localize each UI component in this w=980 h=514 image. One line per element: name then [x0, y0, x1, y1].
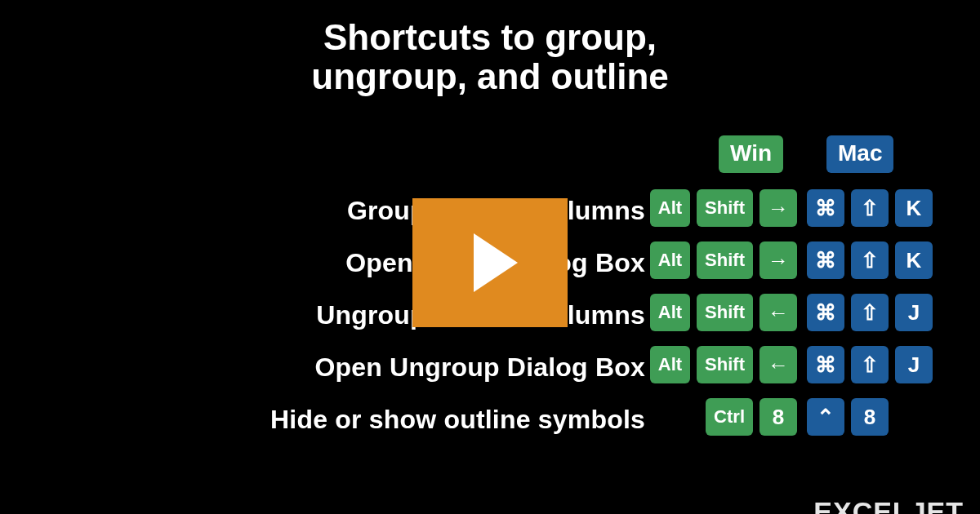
- shortcut-description: Open Ungroup Dialog Box: [8, 352, 645, 383]
- command-icon: ⌘: [807, 346, 844, 383]
- key-mac: 8: [851, 398, 889, 436]
- shortcut-row: Hide or show outline symbols Ctrl 8 ⌃ 8: [0, 398, 980, 450]
- key-win: Ctrl: [706, 398, 753, 436]
- shift-icon: ⇧: [851, 189, 889, 227]
- mac-keys: ⌃ 8: [807, 398, 889, 436]
- mac-keys: ⌘ ⇧ J: [807, 346, 933, 383]
- key-mac: K: [895, 189, 933, 227]
- title-line-2: ungroup, and outline: [311, 56, 669, 96]
- key-mac: J: [895, 294, 933, 331]
- command-icon: ⌘: [807, 241, 844, 279]
- slide: Shortcuts to group, ungroup, and outline…: [0, 0, 980, 514]
- key-win: Alt: [650, 346, 690, 383]
- shortcut-description: Hide or show outline symbols: [8, 405, 645, 435]
- header-mac: Mac: [826, 135, 893, 173]
- control-icon: ⌃: [807, 398, 844, 436]
- header-win: Win: [719, 135, 783, 173]
- mac-keys: ⌘ ⇧ K: [807, 241, 933, 279]
- win-keys: Alt Shift ←: [650, 294, 797, 331]
- shift-icon: ⇧: [851, 294, 889, 331]
- key-win: Shift: [697, 346, 753, 383]
- key-win: Alt: [650, 189, 690, 227]
- key-win: 8: [760, 398, 797, 436]
- title-line-1: Shortcuts to group,: [323, 17, 657, 57]
- key-win: Alt: [650, 294, 690, 331]
- arrow-right-icon: →: [760, 241, 797, 279]
- shift-icon: ⇧: [851, 346, 889, 383]
- play-icon: [474, 233, 518, 292]
- slide-title: Shortcuts to group, ungroup, and outline: [0, 18, 980, 97]
- win-keys: Alt Shift ←: [650, 346, 797, 383]
- win-keys: Ctrl 8: [706, 398, 797, 436]
- command-icon: ⌘: [807, 189, 844, 227]
- arrow-right-icon: →: [760, 189, 797, 227]
- mac-keys: ⌘ ⇧ J: [807, 294, 933, 331]
- shortcut-row: Open Ungroup Dialog Box Alt Shift ← ⌘ ⇧ …: [0, 346, 980, 398]
- key-win: Shift: [697, 294, 753, 331]
- key-win: Shift: [697, 241, 753, 279]
- win-keys: Alt Shift →: [650, 241, 797, 279]
- brand-logo: EXCELJET: [813, 498, 964, 514]
- key-win: Shift: [697, 189, 753, 227]
- play-button[interactable]: [412, 198, 568, 327]
- arrow-left-icon: ←: [760, 346, 797, 383]
- arrow-left-icon: ←: [760, 294, 797, 331]
- key-mac: K: [895, 241, 933, 279]
- shift-icon: ⇧: [851, 241, 889, 279]
- mac-keys: ⌘ ⇧ K: [807, 189, 933, 227]
- win-keys: Alt Shift →: [650, 189, 797, 227]
- command-icon: ⌘: [807, 294, 844, 331]
- key-mac: J: [895, 346, 933, 383]
- key-win: Alt: [650, 241, 690, 279]
